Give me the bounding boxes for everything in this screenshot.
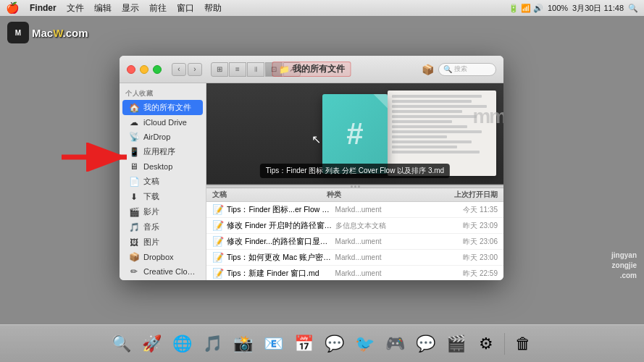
red-arrow xyxy=(58,143,138,174)
file-date: 今天 11:35 xyxy=(417,205,498,215)
menu-search-icon[interactable]: 🔍 xyxy=(628,4,638,13)
preview-line xyxy=(392,120,452,123)
sidebar-item-dropbox[interactable]: 📦 Dropbox xyxy=(122,250,203,264)
file-row[interactable]: 📝 Tips：Finder 图标...er Flow 以及排序 3.md Mar… xyxy=(206,202,503,218)
minimize-button[interactable] xyxy=(140,65,149,74)
watermark: jingyan zongjie .com xyxy=(611,251,637,281)
dock-item-finder[interactable]: 🔍 xyxy=(107,330,135,358)
file-name: 修改 Finder 开启时的路径窗口显示.rtf xyxy=(227,221,335,231)
downloads-icon: ⬇ xyxy=(128,192,140,202)
allfiles-icon: 🏠 xyxy=(128,103,140,113)
resize-dots xyxy=(351,185,360,188)
dock-item-chrome[interactable]: 🌐 xyxy=(168,330,196,358)
file-type: Markd...ument xyxy=(335,253,417,261)
sidebar-label-movies: 影片 xyxy=(143,206,159,217)
sidebar-item-pictures[interactable]: 🖼 图片 xyxy=(122,235,203,250)
resize-dot xyxy=(354,185,356,188)
menu-edit[interactable]: 编辑 xyxy=(94,2,112,14)
sidebar-item-downloads[interactable]: ⬇ 下载 xyxy=(122,189,203,204)
maximize-button[interactable] xyxy=(153,65,162,74)
finder-main: # xyxy=(206,83,503,280)
right-edge-letters: m m xyxy=(472,105,503,128)
macw-logo: M MacW.com xyxy=(7,22,88,43)
sidebar-label-docs: 文稿 xyxy=(143,176,159,187)
search-box[interactable]: 🔍 搜索 xyxy=(438,63,496,76)
airdrop-icon: 📡 xyxy=(128,132,140,142)
col-date[interactable]: 上次打开日期 xyxy=(412,190,498,200)
sidebar-label-apps: 应用程序 xyxy=(143,146,175,157)
col-type[interactable]: 种类 xyxy=(327,190,412,200)
file-row[interactable]: 📝 修改 Finder...的路径窗口显示.md Markd...ument 昨… xyxy=(206,234,503,250)
menu-go[interactable]: 前往 xyxy=(149,2,167,14)
file-icon: 📝 xyxy=(212,220,224,231)
close-button[interactable] xyxy=(127,65,135,74)
dock-item-calendar[interactable]: 📅 xyxy=(290,330,317,358)
file-name: Tips：Finder 图标...er Flow 以及排序 3.md xyxy=(227,205,335,215)
dropbox-icon[interactable]: 📦 xyxy=(422,64,434,75)
sidebar-item-docs[interactable]: 📄 文稿 xyxy=(122,174,203,189)
view-list[interactable]: ≡ xyxy=(229,62,246,77)
file-row[interactable]: 📝 Tips：如何更改 Mac 账户密码.md Markd...ument 昨天… xyxy=(206,250,503,266)
menu-window[interactable]: 窗口 xyxy=(177,2,194,14)
menu-battery: 100% xyxy=(548,4,568,12)
dock-divider xyxy=(504,333,505,355)
dock-item-wechat[interactable]: 💬 xyxy=(411,330,439,358)
dock-item-games[interactable]: 🎮 xyxy=(381,330,409,358)
preview-line xyxy=(392,140,472,143)
menu-view[interactable]: 显示 xyxy=(122,2,139,14)
dock-item-messages[interactable]: 💬 xyxy=(320,330,348,358)
search-placeholder: 搜索 xyxy=(454,64,467,74)
file-type: Markd...ument xyxy=(335,237,417,245)
dock: 🔍 🚀 🌐 🎵 📸 📧 📅 💬 🐦 🎮 💬 🎬 ⚙ 🗑 xyxy=(0,324,644,362)
mouse-cursor: ↖ xyxy=(311,132,321,146)
dock-item-photos[interactable]: 📸 xyxy=(229,330,256,358)
preview-line xyxy=(392,146,457,148)
desktop: M MacW.com ‹ › ⊞ xyxy=(0,16,644,324)
finder-window: ‹ › ⊞ ≡ ⫴ ⊡ ↗ 📁 我的所有文件 📦 🔍 搜索 xyxy=(120,56,503,280)
back-button[interactable]: ‹ xyxy=(172,63,186,76)
dock-item-video[interactable]: 🎬 xyxy=(442,330,469,358)
file-row[interactable]: 📝 修改 Finder 开启时的路径窗口显示.rtf 多信息文本文稿 昨天 23… xyxy=(206,218,503,234)
preview-line xyxy=(392,115,477,118)
dock-item-launchpad[interactable]: 🚀 xyxy=(138,330,165,358)
file-row[interactable]: 📝 Tips：新建 Finder 窗口.md Markd...ument 昨天 … xyxy=(206,266,503,280)
cover-flow-tooltip: Tips：Finder 图标 列表 分栏 Cover Flow 以及排序 3.m… xyxy=(260,164,450,178)
col-name[interactable]: 文稿 xyxy=(212,190,327,200)
forward-button[interactable]: › xyxy=(188,63,202,76)
watermark-line3: .com xyxy=(611,271,637,281)
menu-icons: 🔋 📶 🔊 xyxy=(509,4,543,13)
logo-text: MacW.com xyxy=(32,27,88,39)
file-date: 昨天 23:09 xyxy=(417,221,498,231)
sidebar-item-creative[interactable]: ✏ Creative Clo… xyxy=(122,264,203,279)
file-list-header: 文稿 种类 上次打开日期 xyxy=(206,188,503,202)
dock-item-music[interactable]: 🎵 xyxy=(198,330,226,358)
sidebar-item-movies[interactable]: 🎬 影片 xyxy=(122,204,203,219)
file-name: 修改 Finder...的路径窗口显示.md xyxy=(227,237,335,247)
menu-file[interactable]: 文件 xyxy=(67,2,84,14)
menu-help[interactable]: 帮助 xyxy=(204,2,222,14)
file-name: Tips：如何更改 Mac 账户密码.md xyxy=(227,253,335,263)
folder-icon: 📁 xyxy=(279,64,290,75)
sidebar-item-copy[interactable]: 📋 Copy xyxy=(122,279,203,280)
file-type: Markd...ument xyxy=(335,269,417,277)
sidebar-item-music[interactable]: 🎵 音乐 xyxy=(122,219,203,235)
view-column[interactable]: ⫴ xyxy=(247,62,264,77)
sidebar-item-airdrop[interactable]: 📡 AirDrop xyxy=(122,130,203,144)
dock-item-trash[interactable]: 🗑 xyxy=(509,330,537,358)
finder-body: 个人收藏 🏠 我的所有文件 ☁ iCloud Drive 📡 AirDrop 📱… xyxy=(120,83,503,280)
sidebar-item-icloud[interactable]: ☁ iCloud Drive xyxy=(122,115,203,130)
finder-sidebar: 个人收藏 🏠 我的所有文件 ☁ iCloud Drive 📡 AirDrop 📱… xyxy=(120,83,206,280)
dropbox-sidebar-icon: 📦 xyxy=(128,252,140,262)
menu-finder[interactable]: Finder xyxy=(30,3,57,13)
sidebar-item-allfiles[interactable]: 🏠 我的所有文件 xyxy=(122,100,203,115)
dock-item-settings[interactable]: ⚙ xyxy=(472,330,500,358)
apple-menu[interactable]: 🍎 xyxy=(6,1,20,14)
pictures-icon: 🖼 xyxy=(128,237,140,248)
preview-line xyxy=(392,125,467,128)
hash-symbol: # xyxy=(346,117,363,151)
cover-flow-area: # xyxy=(206,83,503,185)
dock-item-twitter[interactable]: 🐦 xyxy=(351,330,378,358)
preview-line xyxy=(392,151,480,153)
dock-item-mail[interactable]: 📧 xyxy=(259,330,287,358)
view-icon[interactable]: ⊞ xyxy=(211,62,228,77)
